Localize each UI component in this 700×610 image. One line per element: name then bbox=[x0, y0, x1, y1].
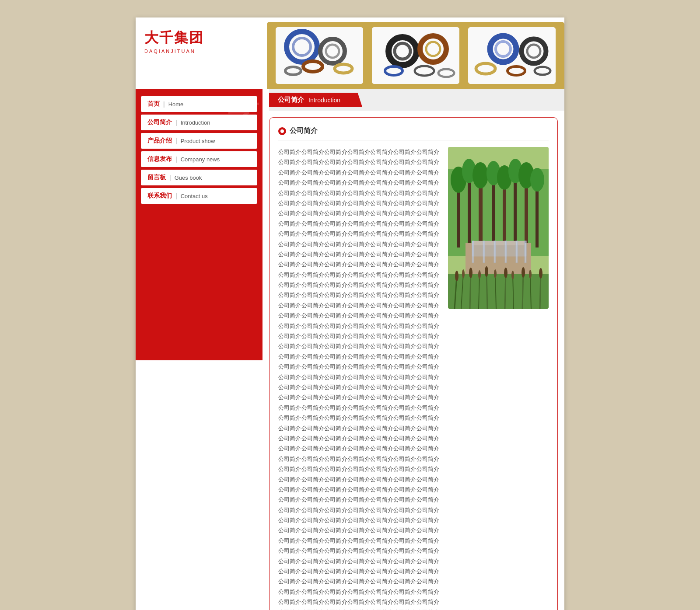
company-intro-box: 公司简介 公司简介公司简介公司简介公司简介公司简介公司简介公司简介公司简介公司简… bbox=[269, 117, 558, 610]
nav-cn-4: 留言板 bbox=[147, 174, 166, 181]
svg-line-54 bbox=[470, 273, 471, 309]
svg-line-60 bbox=[522, 272, 523, 309]
svg-point-67 bbox=[485, 266, 488, 277]
sidebar-decorative: 艺 bbox=[225, 98, 260, 133]
logo-area: 大千集团 DAQIANJITUAN bbox=[136, 22, 262, 89]
page-container: 大千集团 DAQIANJITUAN bbox=[136, 17, 564, 610]
section-title-cn: 公司简介 bbox=[278, 96, 304, 104]
content-area: 公司简介 Introduction 公司简介 公司简介公司简 bbox=[262, 89, 564, 610]
intro-dot-icon bbox=[278, 127, 286, 135]
banner-image-1 bbox=[276, 27, 363, 84]
nav-cn-0: 首页 bbox=[147, 100, 160, 108]
nav-cn-5: 联系我们 bbox=[147, 192, 172, 200]
nav-en-2: Product show bbox=[181, 138, 215, 144]
nav-sep-1: | bbox=[175, 119, 177, 126]
nav-item-2[interactable]: 产品介绍 | Product show bbox=[141, 133, 257, 149]
svg-point-66 bbox=[478, 270, 481, 279]
svg-line-56 bbox=[486, 272, 487, 309]
intro-header: 公司简介 bbox=[278, 126, 549, 140]
svg-line-62 bbox=[540, 273, 541, 309]
logo-en: DAQIANJITUAN bbox=[144, 49, 254, 54]
svg-point-65 bbox=[469, 268, 472, 278]
sidebar: 艺 首页 | Home 公司简介 | Introduction 产品介绍 | P… bbox=[136, 89, 262, 360]
svg-point-72 bbox=[529, 270, 532, 279]
section-title-en: Introduction bbox=[308, 97, 340, 104]
svg-line-58 bbox=[505, 273, 506, 309]
svg-point-71 bbox=[522, 267, 525, 278]
svg-point-64 bbox=[462, 269, 465, 278]
svg-point-70 bbox=[511, 271, 514, 279]
svg-point-41 bbox=[530, 168, 544, 192]
nav-item-3[interactable]: 信息发布 | Company news bbox=[141, 151, 257, 167]
svg-point-69 bbox=[504, 268, 508, 278]
main-layout: 艺 首页 | Home 公司简介 | Introduction 产品介绍 | P… bbox=[136, 89, 564, 610]
nav-en-3: Company news bbox=[181, 156, 220, 163]
svg-rect-50 bbox=[472, 241, 526, 256]
header: 大千集团 DAQIANJITUAN bbox=[136, 17, 564, 89]
nav-sep-5: | bbox=[175, 192, 177, 199]
banner-image-2 bbox=[372, 27, 459, 84]
nav-en-5: Contact us bbox=[181, 193, 208, 199]
nav-cn-3: 信息发布 bbox=[147, 155, 172, 163]
banner-area bbox=[267, 22, 564, 89]
svg-point-68 bbox=[494, 269, 497, 278]
nav-sep-4: | bbox=[169, 174, 171, 181]
section-header-bar: 公司简介 Introduction bbox=[269, 89, 564, 111]
svg-point-36 bbox=[472, 162, 488, 188]
nav-sep-2: | bbox=[175, 137, 177, 144]
nav-sep-0: | bbox=[163, 101, 165, 108]
intro-image-box bbox=[448, 147, 549, 309]
banner-image-3 bbox=[468, 27, 556, 84]
svg-rect-33 bbox=[536, 182, 539, 247]
intro-heading: 公司简介 bbox=[290, 126, 318, 136]
nav-en-4: Gues book bbox=[175, 174, 202, 181]
svg-point-73 bbox=[539, 268, 542, 279]
intro-content-wrapper: 公司简介公司简介公司简介公司简介公司简介公司简介公司简介公司简介公司简介公司简介… bbox=[278, 147, 549, 610]
nav-cn-2: 产品介绍 bbox=[147, 137, 172, 145]
nav-item-5[interactable]: 联系我们 | Contact us bbox=[141, 188, 257, 204]
svg-rect-27 bbox=[468, 173, 471, 247]
svg-rect-31 bbox=[514, 173, 517, 247]
nav-en-0: Home bbox=[168, 101, 184, 108]
svg-rect-29 bbox=[492, 175, 495, 243]
section-title-box: 公司简介 Introduction bbox=[269, 93, 362, 107]
intro-text: 公司简介公司简介公司简介公司简介公司简介公司简介公司简介公司简介公司简介公司简介… bbox=[278, 147, 439, 610]
svg-point-63 bbox=[455, 271, 458, 281]
intro-inner: 公司简介 公司简介公司简介公司简介公司简介公司简介公司简介公司简介公司简介公司简… bbox=[278, 126, 549, 610]
nav-cn-1: 公司简介 bbox=[147, 119, 172, 126]
logo-cn: 大千集团 bbox=[144, 28, 254, 48]
nav-sep-3: | bbox=[175, 156, 177, 163]
nav-en-1: Introduction bbox=[181, 119, 210, 126]
nav-item-4[interactable]: 留言板 | Gues book bbox=[141, 170, 257, 185]
